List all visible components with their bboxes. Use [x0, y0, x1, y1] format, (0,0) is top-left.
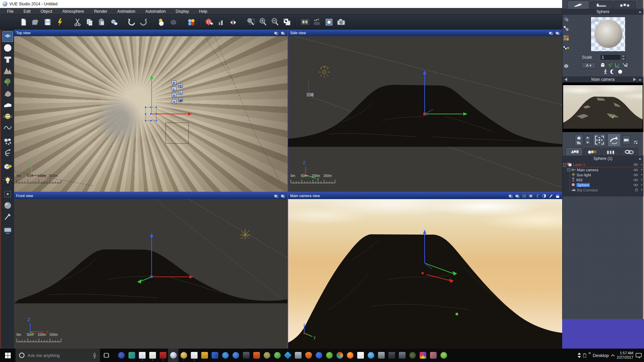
- object-gear-icon[interactable]: [563, 16, 569, 23]
- clapperboard-icon[interactable]: [312, 17, 322, 27]
- tools-icon[interactable]: [2, 212, 13, 222]
- camera-play-icon[interactable]: [622, 135, 630, 145]
- z-depth-icon[interactable]: Z: [535, 193, 540, 198]
- taskbar-app-icon[interactable]: [324, 349, 334, 362]
- open-file-icon[interactable]: [31, 17, 40, 27]
- stack-tab-icon[interactable]: [602, 148, 620, 156]
- tree-row-layer[interactable]: − Layer 1 ▾: [562, 162, 643, 167]
- taskbar-app-icon[interactable]: [376, 349, 386, 362]
- taskbar-app-icon[interactable]: [314, 349, 324, 362]
- visibility-eye-icon[interactable]: [634, 178, 638, 182]
- flip-icon[interactable]: [228, 17, 238, 27]
- tree-label-693[interactable]: 693: [576, 178, 582, 182]
- overlay-button-v[interactable]: V: [172, 100, 176, 104]
- taskbar-app-icon[interactable]: [158, 349, 168, 362]
- material-export-icon[interactable]: [563, 45, 569, 52]
- taskbar-app-icon[interactable]: [407, 349, 418, 362]
- expand-toggle[interactable]: +: [567, 168, 570, 171]
- tornado-icon[interactable]: [2, 147, 13, 158]
- tree-label-sphere[interactable]: Sphere: [576, 183, 590, 187]
- next-camera-icon[interactable]: [633, 78, 636, 81]
- collapse-icon[interactable]: [639, 158, 641, 160]
- row-chevron-icon[interactable]: ▾: [641, 163, 642, 166]
- links-tab-icon[interactable]: [621, 148, 638, 156]
- orbit-icon[interactable]: [607, 133, 621, 147]
- menu-render[interactable]: Render: [89, 8, 112, 14]
- render-stats-icon[interactable]: [216, 17, 226, 27]
- taskbar-app-icon[interactable]: [199, 349, 210, 362]
- undo-icon[interactable]: [127, 17, 136, 27]
- taskbar-app-icon[interactable]: [189, 349, 199, 362]
- tree-row-sun-light[interactable]: Sun light ▾: [562, 172, 643, 177]
- taskbar-app-icon[interactable]: [418, 349, 428, 362]
- microphone-icon[interactable]: [93, 353, 97, 358]
- tray-small-icon[interactable]: [583, 353, 586, 358]
- track-frame-icon[interactable]: [593, 133, 606, 147]
- export-object-icon[interactable]: [2, 161, 13, 172]
- fit-view-icon[interactable]: [282, 17, 292, 27]
- taskbar-app-icon[interactable]: [220, 349, 230, 362]
- camera-preview-frame[interactable]: [562, 82, 643, 132]
- rock-icon[interactable]: [2, 88, 13, 99]
- collapse-toggle[interactable]: −: [563, 163, 566, 166]
- taskbar-app-icon[interactable]: [241, 349, 251, 362]
- terrain-icon[interactable]: [2, 65, 13, 76]
- tree-row-693[interactable]: 693 ▾: [562, 177, 643, 182]
- collapse-icon[interactable]: [639, 11, 641, 13]
- material-section-header[interactable]: Sphere: [562, 9, 643, 15]
- taskbar-app-icon[interactable]: [428, 349, 438, 362]
- display-icon[interactable]: [2, 225, 13, 236]
- drop-object-icon[interactable]: [157, 17, 166, 27]
- top-view-canvas[interactable]: Y X 0m 50m 100m 150m P L G V: [14, 36, 287, 192]
- water-plane-icon[interactable]: [2, 31, 13, 42]
- paste-icon[interactable]: [97, 17, 106, 27]
- show-hidden-icons[interactable]: [611, 354, 615, 357]
- taskbar-app-icon[interactable]: [147, 349, 158, 362]
- visibility-eye-icon[interactable]: [634, 173, 638, 177]
- import-icon[interactable]: [55, 17, 64, 27]
- taskbar-app-icon[interactable]: [210, 349, 220, 362]
- curve-icon[interactable]: [2, 122, 13, 133]
- taskbar-app-icon[interactable]: [282, 349, 293, 362]
- row-chevron-icon[interactable]: ▾: [641, 173, 642, 176]
- menu-edit[interactable]: Edit: [18, 8, 36, 14]
- scale-spinner[interactable]: ▲▼: [621, 54, 626, 60]
- taskbar-app-vue-active[interactable]: [168, 349, 178, 362]
- tree-row-big-cumulus[interactable]: Big Cumulus ▾: [562, 187, 643, 192]
- camera-view-header[interactable]: Main camera view Z: [288, 192, 562, 199]
- overlay-move-icon[interactable]: [178, 83, 183, 88]
- scatter-icon[interactable]: [2, 136, 13, 147]
- task-view-button[interactable]: [100, 349, 113, 362]
- lock-icon[interactable]: [635, 188, 638, 192]
- material-gear-icon[interactable]: [563, 25, 569, 33]
- moon-icon[interactable]: [610, 69, 615, 76]
- light-icon[interactable]: [2, 175, 13, 186]
- overlay-button-p[interactable]: P: [172, 80, 176, 85]
- visibility-eye-icon[interactable]: [634, 183, 638, 187]
- zoom-object-icon[interactable]: [274, 31, 279, 36]
- menu-file[interactable]: File: [2, 8, 18, 14]
- tree-row-sphere[interactable]: Sphere ▾: [562, 182, 643, 187]
- camera-view-canvas[interactable]: y: [288, 199, 562, 349]
- ghost-icon[interactable]: [600, 62, 605, 69]
- browser-section-header[interactable]: Sphere (1): [562, 156, 643, 162]
- taskbar-app-icon[interactable]: [137, 349, 147, 362]
- plant-icon[interactable]: [607, 62, 613, 69]
- objects-tab-icon[interactable]: [613, 1, 636, 9]
- taskbar-app-icon[interactable]: [397, 349, 407, 362]
- desktop-toolbar-label[interactable]: Desktop: [593, 353, 609, 358]
- overlay-zoom-icon[interactable]: [178, 90, 183, 95]
- filmstrip-icon[interactable]: [300, 17, 310, 27]
- figure-icon[interactable]: [603, 69, 608, 76]
- cube-icon[interactable]: [169, 17, 178, 27]
- top-view-header[interactable]: Top view: [14, 29, 287, 36]
- zoom-extents-icon[interactable]: [280, 31, 285, 36]
- side-view-header[interactable]: Side view: [288, 29, 562, 36]
- zoom-in-icon[interactable]: [258, 17, 268, 27]
- taskbar-app-icon[interactable]: [355, 349, 366, 362]
- row-chevron-icon[interactable]: ▾: [641, 168, 642, 171]
- scale-input[interactable]: 1: [600, 54, 621, 60]
- mask-icon[interactable]: [542, 193, 547, 198]
- tray-clock[interactable]: 1:57 AM 2/27/2017: [617, 351, 633, 360]
- materials-icon[interactable]: [186, 17, 196, 27]
